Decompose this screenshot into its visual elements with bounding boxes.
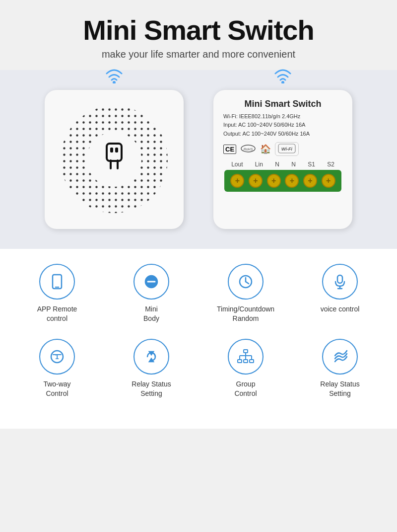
feature-group: GroupControl <box>206 339 285 399</box>
minus-circle-icon <box>142 273 160 291</box>
terminal-screw-5 <box>303 174 317 188</box>
features-section: APP Remotecontrol MiniBody Timing/Cou <box>0 249 397 429</box>
ce-badge: CE <box>223 145 236 154</box>
relay-status-2-icon <box>331 348 349 366</box>
feature-relay-status-1: Relay StatusSetting <box>112 339 191 399</box>
svg-rect-10 <box>110 148 113 152</box>
voice-label: voice control <box>321 304 360 314</box>
terminal-screw-1 <box>230 174 244 188</box>
svg-text:RoHS: RoHS <box>244 148 253 151</box>
mini-body-icon-wrapper <box>133 264 169 300</box>
relay-status-2-icon-wrapper <box>322 339 358 375</box>
device-box-front <box>45 90 184 229</box>
svg-rect-17 <box>53 275 62 289</box>
svg-rect-7 <box>107 144 122 161</box>
smartphone-icon <box>48 273 66 291</box>
relay-status-1-icon-wrapper <box>133 339 169 375</box>
svg-rect-11 <box>115 148 118 152</box>
feature-app-remote: APP Remotecontrol <box>17 264 97 324</box>
wifi-icon-right <box>273 68 293 87</box>
clock-icon <box>237 273 255 291</box>
svg-rect-33 <box>238 360 242 363</box>
feature-two-way: 1 Two-wayControl <box>17 339 97 399</box>
certifications: CE RoHS 🏠 Wi-Fi <box>223 142 342 156</box>
svg-rect-34 <box>244 360 248 363</box>
wifi-icon-left <box>104 68 124 87</box>
rohs-badge: RoHS <box>240 144 256 154</box>
svg-marker-30 <box>149 359 153 362</box>
features-row-2: 1 Two-wayControl Relay StatusSetting <box>10 339 387 399</box>
svg-rect-35 <box>250 360 254 363</box>
features-row-1: APP Remotecontrol MiniBody Timing/Cou <box>10 264 387 324</box>
two-way-icon: 1 <box>48 348 66 366</box>
svg-point-0 <box>113 81 116 83</box>
svg-text:Wi-Fi: Wi-Fi <box>281 147 292 152</box>
two-way-icon-wrapper: 1 <box>39 339 75 375</box>
relay-status-2-label: Relay StatusSetting <box>320 380 359 399</box>
two-way-label: Two-wayControl <box>43 380 70 399</box>
wifi-cert-badge: Wi-Fi <box>275 142 299 156</box>
group-icon-wrapper <box>228 339 264 375</box>
plug-icon <box>97 139 132 180</box>
svg-line-23 <box>246 282 249 284</box>
svg-point-12 <box>281 81 284 83</box>
voice-icon-wrapper <box>322 264 358 300</box>
app-remote-icon-wrapper <box>39 264 75 300</box>
feature-relay-status-2: Relay StatusSetting <box>300 339 380 399</box>
group-label: GroupControl <box>234 380 257 399</box>
device-box-back: Mini Smart Switch Wi-Fi: IEEE802.11b/g/n… <box>213 90 352 229</box>
feature-timing: Timing/CountdownRandom <box>206 264 285 324</box>
device-front <box>45 90 184 229</box>
svg-rect-32 <box>244 350 248 353</box>
relay-status-1-icon <box>142 348 160 366</box>
terminal-screw-2 <box>249 174 263 188</box>
subtitle: make your life smarter and more convenie… <box>10 49 387 60</box>
product-section: Mini Smart Switch Wi-Fi: IEEE802.11b/g/n… <box>0 70 397 249</box>
device-specs: Wi-Fi: IEEE802.11b/g/n 2.4GHz Input: AC … <box>223 112 342 139</box>
relay-status-1-label: Relay StatusSetting <box>132 380 171 399</box>
terminal-screw-6 <box>322 174 335 188</box>
svg-marker-31 <box>149 352 153 355</box>
feature-voice: voice control <box>300 264 380 314</box>
main-title: Mini Smart Switch <box>10 15 387 46</box>
app-remote-label: APP Remotecontrol <box>37 304 77 324</box>
timing-label: Timing/CountdownRandom <box>217 304 274 324</box>
device-back-title: Mini Smart Switch <box>223 99 342 109</box>
terminal-screw-4 <box>285 174 299 188</box>
terminal-screw-3 <box>267 174 281 188</box>
group-control-icon <box>237 348 255 366</box>
top-section: Mini Smart Switch make your life smarter… <box>0 0 397 70</box>
timing-icon-wrapper <box>228 264 264 300</box>
terminal-labels: Lout Lin N N S1 S2 <box>223 161 342 168</box>
feature-mini-body: MiniBody <box>112 264 191 324</box>
mini-body-label: MiniBody <box>143 304 159 324</box>
svg-text:1: 1 <box>55 353 59 361</box>
device-back: Mini Smart Switch Wi-Fi: IEEE802.11b/g/n… <box>213 90 352 229</box>
microphone-icon <box>331 273 349 291</box>
svg-rect-24 <box>337 275 342 283</box>
terminal-block <box>224 170 341 192</box>
home-icon: 🏠 <box>260 144 271 154</box>
